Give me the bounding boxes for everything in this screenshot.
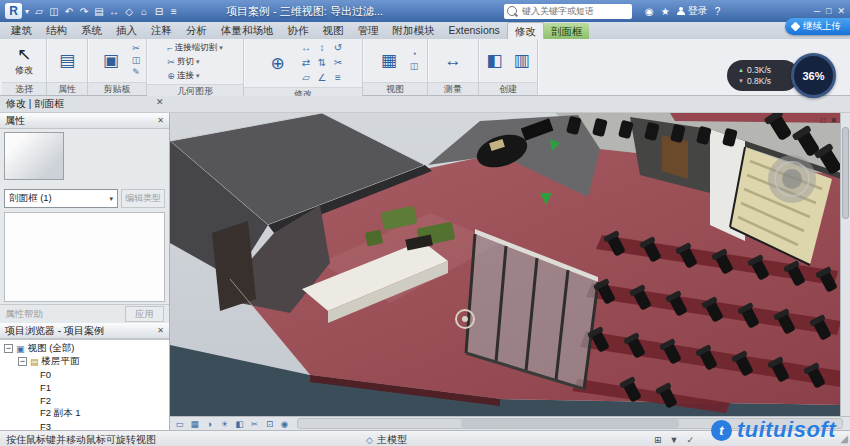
open-file-icon[interactable]: ▱ [32,6,46,17]
tree-item-f0[interactable]: F0 [0,368,169,381]
override-graphics-icon[interactable]: ◔ [410,49,419,60]
modify-tool-button[interactable]: ↖ 修改 [7,45,41,77]
tag-icon[interactable]: ◇ [122,6,136,17]
tab-systems[interactable]: 系统 [74,22,109,39]
isolate-icon[interactable]: ◉ [278,418,291,430]
paste-button[interactable]: ▣ [94,51,128,70]
tab-manage[interactable]: 管理 [351,22,386,39]
measure-button[interactable]: ↔ [436,51,470,70]
sun-path-icon[interactable]: ☀ [218,418,231,430]
match-type-icon[interactable]: ✎ [132,67,141,78]
tab-annotate[interactable]: 注释 [144,22,179,39]
tree-item-f3[interactable]: F3 [0,420,169,430]
tab-modify[interactable]: 修改 [507,22,544,39]
cut-icon[interactable]: ✂ [132,43,141,54]
upload-badge[interactable]: 继续上传 [785,18,850,35]
align-icon[interactable]: ↔ [299,41,314,55]
properties-help-link[interactable]: 属性帮助 [5,308,43,321]
trim-icon[interactable]: ✂ [331,56,346,70]
tree-item-f2-copy[interactable]: F2 副本 1 [0,407,169,420]
search-input[interactable] [520,5,629,17]
options-close-icon[interactable]: ✕ [156,97,164,107]
selection-toggle-icon[interactable]: ✓ [686,435,694,445]
tab-massing-site[interactable]: 体量和场地 [214,22,281,39]
help-icon[interactable]: ? [715,6,721,17]
scale-icon[interactable]: ▭ [173,418,186,430]
design-options-control[interactable]: ◇ 主模型 [366,433,407,446]
view-close-icon[interactable]: ✕ [830,116,837,125]
create-group-button[interactable]: ◧ [483,51,506,70]
tab-extensions[interactable]: Extensions [442,22,507,39]
default-3d-view-icon[interactable]: ⌂ [137,6,151,17]
3d-view-canvas[interactable] [170,113,841,417]
rotate-icon[interactable]: ↺ [331,41,346,55]
copy-icon[interactable]: ◫ [132,55,141,66]
mirror-icon[interactable]: ⇄ [299,56,314,70]
delete-icon[interactable]: ≡ [331,71,346,85]
tab-addins[interactable]: 附加模块 [386,22,442,39]
crop-view-icon[interactable]: ✂ [248,418,261,430]
displace-elements-icon[interactable]: ◫ [410,61,419,72]
properties-close-icon[interactable]: ✕ [157,116,164,125]
favorites-icon[interactable]: ★ [661,6,670,17]
move-button[interactable]: ⊕ [261,54,295,73]
paste-icon: ▣ [103,51,119,70]
shadows-icon[interactable]: ◧ [233,418,246,430]
project-browser-close-icon[interactable]: ✕ [157,326,164,335]
tree-item-floor-plans[interactable]: − ▤ 楼层平面 [0,355,169,368]
tab-section-box[interactable]: 剖面框 [544,23,590,39]
hide-elements-button[interactable]: ▦ [372,51,406,70]
tree-item-f2[interactable]: F2 [0,394,169,407]
properties-palette-header[interactable]: 属性 ✕ [0,113,169,129]
tab-view[interactable]: 视图 [316,22,351,39]
section-icon[interactable]: ⊟ [152,6,166,17]
close-button[interactable]: ✕ [837,6,845,16]
cope-button[interactable]: ⌐ 连接端切割 ▾ [167,41,222,54]
project-browser-header[interactable]: 项目浏览器 - 项目案例 ✕ [0,323,169,339]
help-search-box[interactable] [504,4,632,19]
tab-collaborate[interactable]: 协作 [281,22,316,39]
tree-collapse-icon[interactable]: − [18,357,27,366]
tree-item-views-root[interactable]: − ▣ 视图 (全部) [0,342,169,355]
resize-grip[interactable]: ◢ [840,433,848,444]
crop-region-icon[interactable]: ⊡ [263,418,276,430]
app-logo-icon[interactable]: R [5,3,22,19]
detail-level-icon[interactable]: ▦ [188,418,201,430]
tab-analyze[interactable]: 分析 [179,22,214,39]
communication-center-icon[interactable]: ◉ [645,6,654,17]
join-geometry-button[interactable]: ⊕ 连接 ▾ [167,69,222,82]
properties-toggle-button[interactable]: ▤ [51,51,83,70]
type-selector-dropdown[interactable]: 剖面框 (1) ▾ [4,189,118,208]
app-menu-arrow-icon[interactable]: ▾ [25,7,29,16]
maximize-button[interactable]: □ [826,6,831,16]
cut-geometry-button[interactable]: ✂ 剪切 ▾ [167,55,222,68]
vertical-scrollbar[interactable] [840,113,850,417]
options-bar: 修改 | 剖面框 ✕ [0,96,850,113]
save-icon[interactable]: ◫ [47,6,61,17]
pin-icon[interactable]: ∠ [315,71,330,85]
tab-structure[interactable]: 结构 [39,22,74,39]
select-link-icon[interactable]: ⊞ [654,435,662,445]
undo-icon[interactable]: ↶ [62,6,76,17]
offset-icon[interactable]: ↕ [315,41,330,55]
panel-label-select[interactable]: 选择 [2,82,46,95]
measure-icon[interactable]: ↔ [107,6,121,17]
redo-icon[interactable]: ↷ [77,6,91,17]
edit-type-button[interactable]: 编辑类型 [121,189,165,208]
apply-button[interactable]: 应用 [125,306,164,322]
thin-lines-icon[interactable]: ≡ [167,6,181,17]
tab-architecture[interactable]: 建筑 [4,22,39,39]
split-icon[interactable]: ▱ [299,71,314,85]
array-icon[interactable]: ⇅ [315,56,330,70]
tree-item-f1[interactable]: F1 [0,381,169,394]
print-icon[interactable]: ▤ [92,6,106,17]
view-restore-icon[interactable]: □ [820,116,825,125]
filter-icon[interactable]: ▼ [670,435,679,445]
sign-in-button[interactable]: 登录 [677,4,708,18]
tree-collapse-icon[interactable]: − [4,344,13,353]
create-similar-button[interactable]: ▥ [510,51,533,70]
property-grid[interactable] [4,212,165,302]
tab-insert[interactable]: 插入 [109,22,144,39]
visual-style-icon[interactable]: ◑ [203,418,216,430]
minimize-button[interactable]: ─ [814,6,820,16]
